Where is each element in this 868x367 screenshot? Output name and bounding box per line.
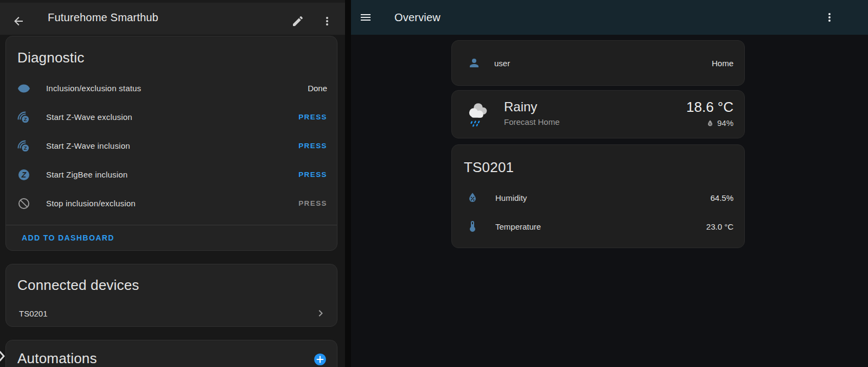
sensor-device-card: TS0201 Humidity 64.5% Temperature 23.0 °… bbox=[451, 144, 745, 248]
entity-row-zwave-exclusion[interactable]: Z Start Z-Wave exclusion PRESS bbox=[6, 103, 337, 131]
entity-label: Start Z-Wave exclusion bbox=[46, 112, 298, 122]
menu-icon[interactable] bbox=[359, 11, 372, 24]
sensor-row-temperature[interactable]: Temperature 23.0 °C bbox=[452, 214, 744, 238]
sensor-label: Humidity bbox=[495, 193, 710, 203]
zigbee-icon: Z bbox=[17, 168, 30, 181]
dots-vertical-icon[interactable] bbox=[321, 15, 334, 28]
dots-vertical-icon[interactable] bbox=[823, 11, 836, 24]
sensor-value: 23.0 °C bbox=[706, 222, 733, 231]
device-name: TS0201 bbox=[19, 309, 314, 318]
plus-circle-icon[interactable] bbox=[313, 352, 327, 366]
left-app-bar: Futurehome Smarthub bbox=[0, 3, 345, 35]
chevron-right-icon bbox=[314, 307, 327, 320]
press-button[interactable]: PRESS bbox=[298, 113, 327, 121]
user-name: user bbox=[494, 59, 712, 68]
eye-icon bbox=[17, 82, 30, 95]
add-to-dashboard-button[interactable]: ADD TO DASHBOARD bbox=[22, 233, 114, 242]
user-entity-row[interactable]: user Home bbox=[452, 41, 744, 85]
press-button[interactable]: PRESS bbox=[298, 142, 327, 150]
humidity-value: 94% bbox=[717, 118, 733, 128]
cancel-icon bbox=[17, 197, 30, 210]
weather-subtitle: Forecast Home bbox=[504, 117, 560, 126]
card-title: Automations bbox=[17, 350, 97, 367]
device-list-item[interactable]: TS0201 bbox=[6, 301, 337, 325]
water-percent-icon bbox=[706, 119, 714, 128]
weather-temperature: 18.6 °C bbox=[686, 99, 733, 116]
diagnostic-card: Diagnostic Inclusion/exclusion status Do… bbox=[5, 36, 337, 251]
humidity-icon bbox=[466, 191, 479, 204]
account-icon bbox=[468, 56, 481, 69]
svg-text:Z: Z bbox=[24, 116, 27, 122]
pencil-icon[interactable] bbox=[291, 15, 304, 28]
screen-edge-artifact bbox=[0, 351, 5, 362]
card-divider bbox=[6, 225, 337, 225]
sensor-value: 64.5% bbox=[710, 193, 733, 203]
press-button[interactable]: PRESS bbox=[298, 170, 327, 179]
dashboard-title: Overview bbox=[394, 11, 441, 24]
press-button-disabled: PRESS bbox=[298, 199, 327, 207]
zwave-icon: Z bbox=[17, 140, 30, 153]
user-card: user Home bbox=[451, 40, 745, 86]
entity-row-zigbee-inclusion[interactable]: Z Start ZigBee inclusion PRESS bbox=[6, 160, 337, 189]
entity-row-stop-inclusion[interactable]: Stop inclusion/exclusion PRESS bbox=[6, 189, 337, 218]
weather-condition: Rainy bbox=[504, 99, 537, 115]
connected-devices-card: Connected devices TS0201 bbox=[5, 264, 337, 327]
back-arrow-icon[interactable] bbox=[12, 15, 25, 28]
user-location: Home bbox=[712, 59, 733, 68]
zwave-icon: Z bbox=[17, 111, 30, 124]
sensor-row-humidity[interactable]: Humidity 64.5% bbox=[452, 186, 744, 210]
weather-rainy-icon bbox=[463, 100, 490, 129]
entity-label: Inclusion/exclusion status bbox=[46, 84, 308, 93]
entity-row-zwave-inclusion[interactable]: Z Start Z-Wave inclusion PRESS bbox=[6, 131, 337, 160]
thermometer-icon bbox=[466, 220, 479, 233]
device-detail-panel: Futurehome Smarthub Diagnostic Inclusion… bbox=[0, 0, 345, 367]
weather-card[interactable]: Rainy Forecast Home 18.6 °C 94% bbox=[451, 90, 745, 138]
entity-label: Start ZigBee inclusion bbox=[46, 170, 298, 179]
entity-state: Done bbox=[308, 84, 327, 93]
entity-label: Stop inclusion/exclusion bbox=[46, 199, 298, 208]
right-app-bar: Overview bbox=[351, 0, 868, 35]
card-title: Diagnostic bbox=[17, 49, 84, 66]
card-title: TS0201 bbox=[464, 159, 514, 176]
automations-card: Automations bbox=[5, 340, 337, 367]
sensor-label: Temperature bbox=[495, 222, 706, 231]
weather-humidity: 94% bbox=[706, 118, 733, 128]
entity-label: Start Z-Wave inclusion bbox=[46, 141, 298, 150]
svg-text:Z: Z bbox=[24, 145, 27, 150]
overview-panel: Overview user Home bbox=[351, 0, 868, 367]
entity-row-inclusion-status[interactable]: Inclusion/exclusion status Done bbox=[6, 74, 337, 103]
panel-divider bbox=[345, 0, 351, 367]
card-title: Connected devices bbox=[17, 277, 139, 294]
svg-text:Z: Z bbox=[21, 170, 27, 179]
page-title: Futurehome Smarthub bbox=[48, 11, 158, 24]
